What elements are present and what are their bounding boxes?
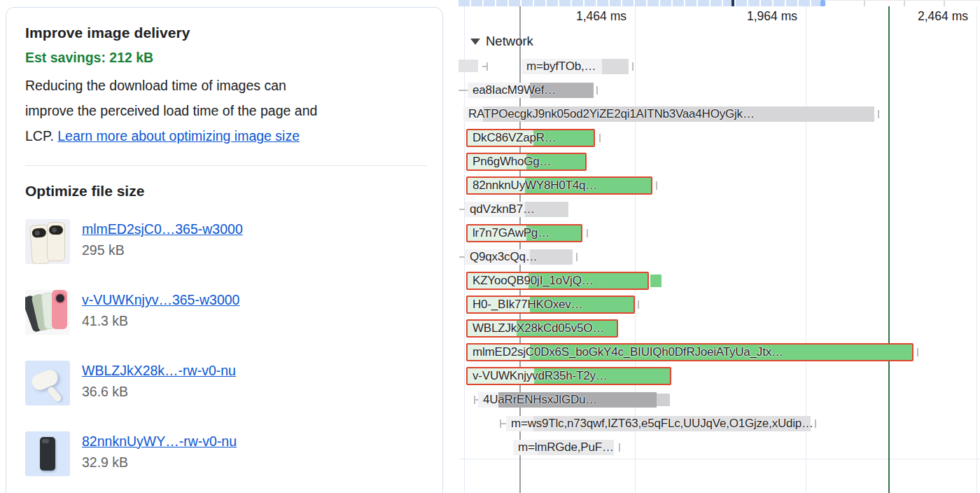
- divider: [25, 165, 426, 166]
- file-link[interactable]: 82nnknUyWY…-rw-v0-nu: [82, 433, 237, 450]
- gridline: [976, 6, 977, 493]
- file-thumbnail-pixel-colors: [25, 290, 70, 335]
- request-end-tick: [587, 229, 588, 237]
- request-label: lr7n7GAwPg…: [472, 224, 550, 242]
- file-link[interactable]: WBLZJkX28k…-rw-v0-nu: [82, 363, 236, 379]
- network-track-label: Network: [486, 34, 533, 49]
- request-label: DkC86VZapR…: [472, 129, 556, 147]
- overview-selection-range[interactable]: [458, 0, 820, 6]
- request-end-tick: [576, 253, 578, 261]
- request-fragment: [657, 394, 670, 406]
- collapse-triangle-icon[interactable]: [470, 39, 480, 45]
- request-label: H0-_BIk77HKOxev…: [472, 296, 582, 314]
- request-start-tick: [486, 62, 488, 71]
- request-label: m=byfTOb,…: [526, 59, 596, 74]
- insight-title: Improve image delivery: [25, 25, 423, 41]
- request-label: 4UaRrENHsxJlGDu…: [483, 392, 597, 408]
- overview-range-handle[interactable]: [820, 0, 825, 6]
- request-label: m=lmRGde,PuF…: [518, 440, 614, 455]
- request-end-tick: [599, 134, 601, 142]
- file-texts: WBLZJkX28k…-rw-v0-nu36.6 kB: [82, 361, 236, 400]
- file-texts: mlmED2sjC0…365-w3000295 kB: [82, 219, 243, 258]
- file-size: 295 kB: [82, 242, 243, 258]
- file-link[interactable]: v-VUWKnjyv…365-w3000: [82, 292, 239, 308]
- request-fragment: [650, 275, 662, 287]
- file-size: 41.3 kB: [82, 313, 239, 329]
- description-line: Reducing the download time of images can: [25, 78, 286, 93]
- overview-marker-tick: [732, 0, 734, 6]
- file-thumbnail-chromecast: [25, 361, 70, 405]
- request-end-tick: [632, 62, 634, 71]
- request-label: KZYooQB90jI_1oVjQ…: [472, 272, 594, 290]
- file-item: mlmED2sjC0…365-w3000295 kB: [25, 219, 423, 264]
- time-label: 1,464 ms: [576, 9, 626, 25]
- request-label: ea8IacM9Wef…: [472, 83, 556, 98]
- request-label: v-VUWKnjyvdR35h-T2y…: [472, 367, 608, 385]
- time-label: 2,464 ms: [918, 9, 968, 25]
- request-end-tick: [638, 300, 639, 309]
- file-list: mlmED2sjC0…365-w3000295 kBv-VUWKnjyv…365…: [25, 219, 423, 476]
- file-thumbnail-phone-dark: [25, 431, 70, 476]
- request-end-tick: [815, 419, 816, 428]
- file-item: WBLZJkX28k…-rw-v0-nu36.6 kB: [25, 361, 423, 405]
- optimize-file-size-title: Optimize file size: [25, 183, 423, 200]
- file-texts: 82nnknUyWY…-rw-v0-nu32.9 kB: [82, 431, 237, 471]
- request-label: mlmED2sjC0Dx6S_boGkY4c_BIUIQh0DfRJoeiATy…: [472, 343, 783, 361]
- request-start-tick: [500, 419, 501, 428]
- file-link[interactable]: mlmED2sjC0…365-w3000: [82, 221, 243, 237]
- request-end-tick: [917, 348, 918, 356]
- request-end-tick: [596, 86, 598, 95]
- request-label: 82nnknUyWY8H0T4q…: [472, 176, 597, 195]
- description-line: LCP.: [25, 128, 57, 144]
- est-savings-badge: Est savings: 212 kB: [25, 50, 423, 66]
- file-thumbnail-pixel-cream: [25, 219, 70, 264]
- file-texts: v-VUWKnjyv…365-w300041.3 kB: [82, 290, 239, 329]
- track-separator: [458, 459, 980, 459]
- overview-filmstrip-area: [825, 0, 980, 6]
- request-fragment: [458, 60, 478, 72]
- file-size: 36.6 kB: [82, 384, 236, 400]
- timeline-overview-strip[interactable]: [458, 0, 980, 6]
- request-end-tick: [878, 110, 879, 118]
- file-size: 32.9 kB: [82, 454, 237, 471]
- description-line: improve the perceived load time of the p…: [25, 103, 317, 118]
- request-label: Pn6gWhoGg…: [472, 153, 551, 171]
- request-whisker: [458, 90, 468, 91]
- request-label: m=ws9Tlc,n73qwf,IZT63,e5qFLc,UUJqVe,O1Gj…: [511, 416, 813, 431]
- request-label: RATPOecgkJ9nk05od2YiZE2qi1AITNb3Vaa4HOyG…: [468, 106, 755, 122]
- request-end-tick: [619, 443, 620, 452]
- request-start-tick: [474, 396, 475, 404]
- learn-more-link[interactable]: Learn more about optimizing image size: [57, 128, 300, 144]
- request-whisker: [459, 209, 465, 210]
- devtools-performance-panel: Network 1,464 ms1,964 ms2,464 msm=byfTOb…: [0, 0, 980, 493]
- insight-description: Reducing the download time of images can…: [25, 73, 423, 148]
- request-label: Q9qx3cQq…: [470, 249, 537, 265]
- file-item: v-VUWKnjyv…365-w300041.3 kB: [25, 290, 423, 335]
- request-end-tick: [656, 181, 657, 190]
- lcp-marker-line: [888, 6, 890, 493]
- request-label: qdVzknB7…: [470, 202, 535, 217]
- time-label: 1,964 ms: [747, 9, 797, 25]
- file-item: 82nnknUyWY…-rw-v0-nu32.9 kB: [25, 431, 423, 476]
- request-whisker: [459, 256, 465, 258]
- insight-card: Improve image delivery Est savings: 212 …: [6, 7, 443, 493]
- network-track-header[interactable]: Network: [470, 33, 533, 50]
- request-label: WBLZJkX28kCd05v5O…: [472, 319, 604, 338]
